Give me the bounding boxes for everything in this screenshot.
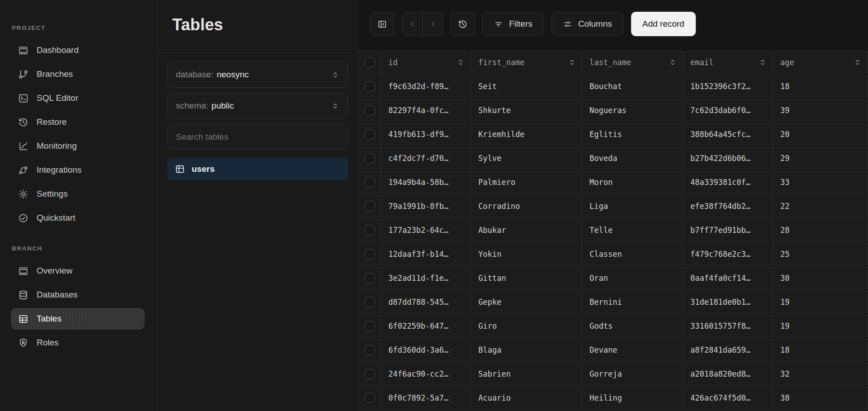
cell-age[interactable]: 18 [773,76,868,97]
cell-id[interactable]: 3e2ad11d-f1e… [381,267,471,289]
cell-age[interactable]: 18 [773,339,868,361]
sidebar-item-sql-editor[interactable]: SQL Editor [11,87,145,109]
cell-id[interactable]: 0f0c7892-5a7… [381,387,471,409]
cell-first-name[interactable]: Sylve [471,147,582,169]
row-checkbox[interactable] [365,321,375,331]
sidebar-item-integrations[interactable]: Integrations [11,159,145,181]
sort-icon[interactable] [668,58,677,67]
cell-email[interactable]: 3316015757f8… [683,315,773,337]
cell-first-name[interactable]: Acuario [471,387,582,409]
cell-age[interactable]: 28 [773,219,868,241]
cell-first-name[interactable]: Abukar [471,219,582,241]
cell-id[interactable]: 177a23b2-64c… [381,219,471,241]
cell-age[interactable]: 20 [773,123,868,145]
row-checkbox[interactable] [365,153,375,163]
cell-id[interactable]: 6f02259b-647… [381,315,471,337]
cell-id[interactable]: 24f6ac90-cc2… [381,363,471,385]
cell-email[interactable]: efe38f764db2… [683,195,773,217]
column-header-first-name[interactable]: first_name [471,52,582,73]
cell-first-name[interactable]: Blaga [471,339,582,361]
history-button[interactable] [450,12,475,36]
sidebar-item-branches[interactable]: Branches [11,63,145,85]
row-checkbox[interactable] [365,129,375,139]
row-checkbox[interactable] [365,393,375,403]
sidebar-item-settings[interactable]: Settings [11,183,145,205]
select-all-checkbox[interactable] [365,57,375,67]
cell-email[interactable]: b27b422d6b06… [683,147,773,169]
cell-last-name[interactable]: Classen [582,243,683,265]
cell-last-name[interactable]: Oran [582,267,683,289]
column-header-age[interactable]: age [773,52,868,73]
cell-age[interactable]: 33 [773,171,868,193]
cell-first-name[interactable]: Seit [471,76,582,97]
cell-age[interactable]: 25 [773,243,868,265]
cell-email[interactable]: 7c62d3dab6f0… [683,99,773,121]
cell-id[interactable]: 6fd360dd-3a6… [381,339,471,361]
cell-first-name[interactable]: Giro [471,315,582,337]
cell-id[interactable]: c4f2dc7f-d70… [381,147,471,169]
cell-last-name[interactable]: Boveda [582,147,683,169]
cell-email[interactable]: 31de181de0b1… [683,291,773,313]
cell-age[interactable]: 30 [773,267,868,289]
cell-last-name[interactable]: Nogueras [582,99,683,121]
add-record-button[interactable]: Add record [631,12,696,36]
cell-id[interactable]: 419fb613-df9… [381,123,471,145]
sort-icon[interactable] [567,58,576,67]
cell-id[interactable]: 12daaf3f-b14… [381,243,471,265]
cell-first-name[interactable]: Sabrien [471,363,582,385]
row-checkbox[interactable] [365,177,375,187]
previous-page-button[interactable] [402,12,422,36]
column-header-last-name[interactable]: last_name [582,52,683,73]
cell-email[interactable]: 1b152396c3f2… [683,76,773,97]
cell-email[interactable]: 0aaf4fa0cf14… [683,267,773,289]
cell-email[interactable]: 48a339381c0f… [683,171,773,193]
collapse-panel-button[interactable] [370,12,394,36]
column-header-email[interactable]: email [683,52,773,73]
cell-last-name[interactable]: Eglitis [582,123,683,145]
cell-id[interactable]: 194a9b4a-58b… [381,171,471,193]
row-checkbox[interactable] [365,249,375,259]
cell-first-name[interactable]: Gittan [471,267,582,289]
sidebar-item-dashboard[interactable]: Dashboard [11,39,145,61]
cell-first-name[interactable]: Corradino [471,195,582,217]
sort-icon[interactable] [456,58,465,67]
sidebar-item-tables[interactable]: Tables [11,308,145,330]
cell-age[interactable]: 29 [773,147,868,169]
cell-email[interactable]: 388b64a45cfc… [683,123,773,145]
row-checkbox[interactable] [365,201,375,211]
cell-id[interactable]: 82297f4a-0fc… [381,99,471,121]
cell-email[interactable]: b7ff77ed91bb… [683,219,773,241]
row-checkbox[interactable] [365,225,375,235]
cell-id[interactable]: d87dd788-545… [381,291,471,313]
next-page-button[interactable] [422,12,442,36]
cell-last-name[interactable]: Moron [582,171,683,193]
cell-age[interactable]: 32 [773,363,868,385]
columns-button[interactable]: Columns [552,12,623,36]
row-checkbox[interactable] [365,369,375,379]
cell-last-name[interactable]: Godts [582,315,683,337]
cell-email[interactable]: f479c768e2c3… [683,243,773,265]
row-checkbox[interactable] [365,297,375,307]
filters-button[interactable]: Filters [482,12,544,36]
sidebar-item-overview[interactable]: Overview [11,260,145,282]
cell-last-name[interactable]: Bouchat [582,76,683,97]
cell-age[interactable]: 39 [773,99,868,121]
row-checkbox[interactable] [365,105,375,115]
sort-icon[interactable] [758,58,767,67]
cell-last-name[interactable]: Devane [582,339,683,361]
cell-first-name[interactable]: Shkurte [471,99,582,121]
cell-age[interactable]: 22 [773,195,868,217]
sidebar-item-monitoring[interactable]: Monitoring [11,135,145,157]
cell-first-name[interactable]: Gepke [471,291,582,313]
cell-last-name[interactable]: Gorreja [582,363,683,385]
cell-age[interactable]: 38 [773,387,868,409]
sidebar-item-quickstart[interactable]: Quickstart [11,207,145,229]
sidebar-item-databases[interactable]: Databases [11,284,145,306]
database-select[interactable]: database:neosync [167,61,348,88]
row-checkbox[interactable] [365,81,375,91]
table-list-item-users[interactable]: users [167,158,348,180]
cell-age[interactable]: 19 [773,291,868,313]
cell-id[interactable]: 79a1991b-8fb… [381,195,471,217]
column-header-id[interactable]: id [381,52,471,73]
row-checkbox[interactable] [365,345,375,355]
